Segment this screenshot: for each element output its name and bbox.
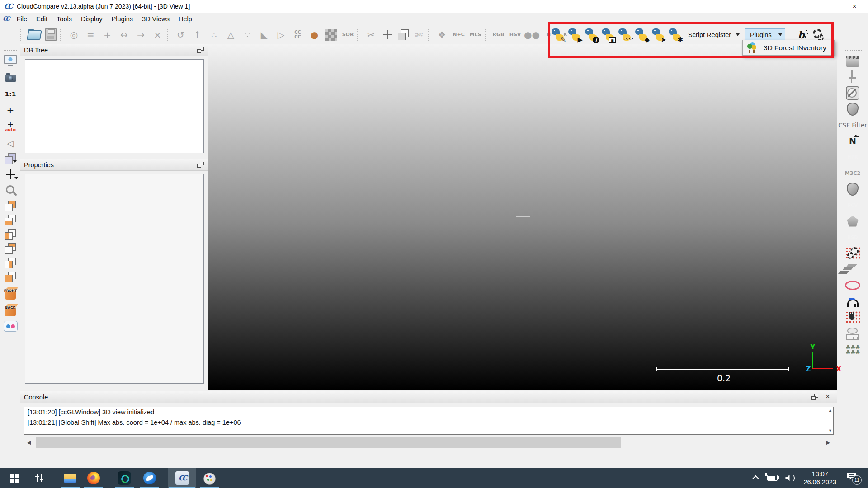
plugins-dropdown-arrow[interactable]: [776, 29, 785, 40]
stereo-mode-icon[interactable]: [4, 319, 18, 333]
battery-icon[interactable]: [767, 475, 778, 481]
helmet-plugin-icon[interactable]: [845, 295, 860, 309]
gears-red-plugin-icon[interactable]: [845, 246, 860, 260]
view-bottom-icon[interactable]: [5, 214, 16, 226]
restore-button[interactable]: [814, 0, 841, 13]
subsample-cloud-icon[interactable]: ∴: [207, 28, 221, 42]
menu-file[interactable]: File: [12, 14, 32, 24]
float-panel-icon[interactable]: [197, 47, 204, 53]
shade-shield-plugin-icon[interactable]: [845, 182, 860, 196]
pcv-plugin-icon[interactable]: PCV: [845, 198, 860, 212]
translate-rotate-icon[interactable]: [381, 28, 395, 42]
smooth-mesh-icon[interactable]: ◣: [257, 28, 271, 42]
plugins-dropdown[interactable]: Plugins: [745, 28, 785, 41]
screenshot-icon[interactable]: [4, 70, 18, 84]
view-left-icon[interactable]: [5, 229, 16, 240]
trace-polyline-icon[interactable]: ✄: [412, 28, 426, 42]
compute-normals-icon[interactable]: ↑: [190, 28, 204, 42]
close-button[interactable]: ×: [841, 0, 868, 13]
view-front-iso-icon[interactable]: FRONT: [3, 286, 18, 300]
3d-viewport[interactable]: 0.2 Y X Z: [208, 44, 837, 390]
checker-texture-icon[interactable]: [324, 28, 338, 42]
open-file-icon[interactable]: [27, 28, 41, 42]
rotate-camera-icon[interactable]: ◁: [4, 136, 18, 150]
sample-points-icon[interactable]: ∵: [241, 28, 255, 42]
float-panel-icon[interactable]: [197, 162, 204, 168]
webex-button[interactable]: [114, 468, 135, 488]
pick-rotation-center-icon[interactable]: +: [4, 103, 18, 117]
dock-handle[interactable]: [844, 47, 862, 51]
menu-edit[interactable]: Edit: [32, 14, 52, 24]
scalar-color-icon[interactable]: ●●: [525, 28, 539, 42]
menu-plugins[interactable]: Plugins: [107, 14, 137, 24]
cross-section-icon[interactable]: [397, 29, 409, 41]
point-pair-align-icon[interactable]: ▷: [274, 28, 288, 42]
close-console-icon[interactable]: ×: [824, 393, 832, 401]
delete-entity-icon[interactable]: ×: [151, 28, 165, 42]
view-back-icon[interactable]: [5, 243, 16, 254]
taskbar-clock[interactable]: 13:07 26.06.2023: [803, 470, 836, 486]
hsv-filter-icon[interactable]: HSV: [508, 28, 522, 42]
apply-transformation-icon[interactable]: ↔: [117, 28, 131, 42]
firefox-button[interactable]: [83, 468, 104, 488]
rgb-filter-icon[interactable]: RGB: [491, 28, 505, 42]
float-panel-icon[interactable]: [811, 394, 818, 400]
python-settings-icon[interactable]: ✱: [668, 28, 682, 42]
scroll-up-icon[interactable]: ▲: [828, 408, 832, 413]
compute-mesh-icon[interactable]: △: [224, 28, 238, 42]
rsd-plugin-icon[interactable]: RSD: [845, 230, 860, 244]
scrollbar-thumb[interactable]: [36, 437, 621, 448]
auto-pick-center-icon[interactable]: +auto: [4, 120, 18, 134]
view-front-icon[interactable]: [5, 271, 16, 283]
python-packages-icon[interactable]: ◆: [634, 28, 648, 42]
view-back-iso-icon[interactable]: BACK: [3, 302, 18, 317]
clean-rake-plugin-icon[interactable]: [845, 70, 860, 84]
zoom-magnifier-icon[interactable]: [4, 183, 18, 197]
canupo-shield-plugin-icon[interactable]: [845, 102, 860, 116]
compass-plugin-icon[interactable]: [845, 86, 860, 100]
plugin-puzzle-icon[interactable]: ❖: [435, 28, 449, 42]
sor-filter-icon[interactable]: SOR: [341, 28, 355, 42]
start-button[interactable]: [5, 468, 25, 488]
paint-button[interactable]: [199, 468, 220, 488]
forest-inventory-plugin-icon[interactable]: ♣♣♣ ♣♣♣: [845, 343, 860, 357]
merge-entities-icon[interactable]: →: [134, 28, 148, 42]
clay-primitive-icon[interactable]: ●: [307, 28, 321, 42]
cloud-cloud-distance-icon[interactable]: CCCC: [291, 28, 305, 42]
tray-expand-icon[interactable]: [752, 475, 760, 483]
console-log[interactable]: ▲ ▼ [13:01:20] [ccGLWindow] 3D view init…: [24, 407, 834, 435]
pan-mode-icon[interactable]: [4, 167, 18, 181]
file-explorer-button[interactable]: [60, 468, 80, 488]
ellipse-plugin-icon[interactable]: [845, 278, 860, 292]
notification-center-icon[interactable]: 11: [846, 471, 862, 485]
normals-curvature-icon[interactable]: N+C: [452, 28, 466, 42]
window-menu-icon[interactable]: CC: [3, 15, 9, 22]
script-register-dropdown[interactable]: Script Register: [688, 31, 740, 38]
properties-table[interactable]: [25, 174, 204, 384]
mls-smoothing-icon[interactable]: MLS: [468, 28, 482, 42]
zoom-1-1-icon[interactable]: 1:1: [4, 87, 18, 101]
perspective-cube-icon[interactable]: [5, 153, 16, 164]
python-launcher-icon[interactable]: ➤: [651, 28, 665, 42]
console-horizontal-scrollbar[interactable]: ◀ ▶: [24, 437, 834, 448]
menu-display[interactable]: Display: [76, 14, 107, 24]
menu-help[interactable]: Help: [174, 14, 197, 24]
menu-item-3d-forest-inventory[interactable]: 3D Forest INventory: [743, 42, 834, 53]
point-list-picking-icon[interactable]: +: [100, 28, 114, 42]
hand-picking-plugin-icon[interactable]: [845, 310, 860, 324]
animation-plugin-icon[interactable]: [845, 54, 860, 68]
python-about-icon[interactable]: i: [584, 28, 598, 42]
python-script-editor-icon[interactable]: ✎: [551, 28, 565, 42]
view-right-icon[interactable]: [5, 257, 16, 269]
normal-vector-icon[interactable]: N: [845, 134, 860, 148]
thunderbird-button[interactable]: [139, 468, 160, 488]
m3c2-plugin-icon[interactable]: M3C2: [845, 166, 860, 180]
python-run-script-icon[interactable]: ▶: [567, 28, 581, 42]
csf-filter-label[interactable]: CSF Filter: [838, 118, 868, 132]
dock-handle[interactable]: [4, 47, 17, 51]
menu-tools[interactable]: Tools: [52, 14, 76, 24]
layers-plugin-icon[interactable]: [845, 263, 860, 277]
python-documentation-icon[interactable]: ≡: [601, 28, 615, 42]
scroll-left-icon[interactable]: ◀: [24, 437, 34, 448]
minimize-button[interactable]: —: [787, 0, 814, 13]
